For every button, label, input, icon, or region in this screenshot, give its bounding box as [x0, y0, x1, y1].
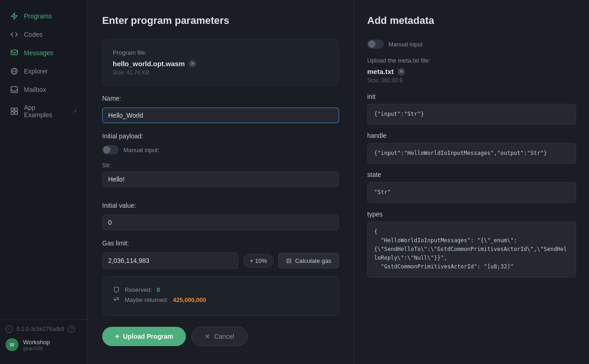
program-file-card: Program file: hello_world.opt.wasm ✕ Siz…	[102, 40, 339, 85]
meta-section-types-title: types	[367, 210, 576, 218]
maybe-returned-row: Maybe returned: 425,000,000	[113, 296, 329, 303]
svg-rect-4	[11, 87, 17, 93]
version-row: i 0.1.0-3c5e276adb9 ?	[6, 325, 81, 333]
sidebar-item-mailbox-label: Mailbox	[24, 86, 46, 93]
program-file-close-btn[interactable]: ✕	[189, 60, 196, 68]
meta-file-close-btn[interactable]: ✕	[398, 68, 405, 75]
right-panel: Add metadata Manual input Upload the met…	[354, 0, 589, 364]
meta-manual-input-toggle[interactable]	[367, 40, 384, 49]
sidebar-item-app-examples[interactable]: App Examples ↗	[4, 99, 83, 123]
initial-value-label: Initial value:	[102, 202, 339, 209]
inbox-icon	[10, 85, 18, 94]
shield-icon	[113, 286, 120, 293]
meta-section-handle-title: handle	[367, 132, 576, 139]
svg-rect-5	[11, 108, 14, 111]
gas-limit-input[interactable]	[102, 252, 238, 269]
sidebar-nav: Programs Codes Messages	[0, 7, 87, 316]
manual-input-toggle-row: Manual input:	[102, 145, 339, 154]
initial-value-section: Initial value:	[102, 202, 339, 230]
calculator-icon: ⊟	[286, 257, 292, 264]
gas-plus-btn[interactable]: + 10%	[243, 254, 274, 268]
sidebar-item-programs[interactable]: Programs	[4, 7, 83, 25]
sidebar-item-explorer-label: Explorer	[24, 68, 48, 75]
svg-rect-0	[11, 50, 17, 55]
reserved-label: Reserved:	[125, 286, 152, 293]
sidebar-item-codes[interactable]: Codes	[4, 26, 83, 43]
version-help[interactable]: ?	[68, 325, 75, 333]
sidebar-item-programs-label: Programs	[24, 12, 52, 20]
workspace-info: Workshop gear/100	[23, 339, 50, 351]
meta-section-state-code: "Str"	[367, 182, 576, 203]
meta-section-init: init {"input":"Str"}	[367, 93, 576, 125]
meta-toggle-knob	[368, 40, 375, 48]
cancel-x-icon: ✕	[205, 333, 210, 340]
reserved-row: Reserved: 0	[113, 286, 329, 293]
main-content: Enter program parameters Program file: h…	[87, 0, 589, 364]
gas-limit-label: Gas limit:	[102, 239, 339, 247]
maybe-returned-value: 425,000,000	[173, 296, 206, 303]
str-input[interactable]	[102, 171, 339, 187]
meta-manual-input-label: Manual input	[388, 41, 422, 48]
name-label: Name:	[102, 95, 339, 102]
code-icon	[10, 30, 18, 39]
version-label: 0.1.0-3c5e276adb9	[17, 326, 64, 332]
right-panel-title: Add metadata	[367, 15, 576, 27]
maybe-returned-label: Maybe returned:	[125, 296, 168, 303]
left-panel: Enter program parameters Program file: h…	[87, 0, 354, 364]
sidebar-item-messages[interactable]: Messages	[4, 44, 83, 62]
reserved-value: 0	[156, 286, 160, 293]
cancel-btn[interactable]: ✕ Cancel	[191, 327, 248, 346]
svg-rect-7	[11, 112, 14, 114]
meta-section-types: types { "HelloWorldIoInputMessages": "{\…	[367, 210, 576, 278]
cancel-label: Cancel	[214, 333, 234, 340]
workspace-row: W Workshop gear/100	[6, 338, 81, 351]
meta-section-state: state "Str"	[367, 171, 576, 203]
initial-payload-label: Initial payload:	[102, 132, 339, 140]
initial-payload-section: Initial payload: Manual input: Str:	[102, 132, 339, 194]
plus-icon: +	[115, 332, 119, 341]
upload-program-btn[interactable]: + Upload Program	[102, 327, 186, 346]
workspace-avatar: W	[6, 338, 18, 351]
sidebar-item-mailbox[interactable]: Mailbox	[4, 81, 83, 98]
sidebar-item-codes-label: Codes	[24, 31, 42, 38]
external-link-icon: ↗	[73, 108, 77, 114]
sidebar-item-explorer[interactable]: Explorer	[4, 63, 83, 80]
program-file-label: Program file:	[113, 49, 329, 56]
sidebar: Programs Codes Messages	[0, 0, 87, 364]
message-icon	[10, 49, 18, 57]
upload-meta-label: Upload the meta.txt file:	[367, 57, 576, 64]
toggle-knob	[103, 146, 110, 154]
manual-input-label: Manual input:	[123, 147, 159, 154]
meta-section-types-code: { "HelloWorldIoInputMessages": "{\"_enum…	[367, 222, 576, 278]
svg-rect-6	[15, 108, 17, 111]
str-label: Str:	[102, 162, 339, 169]
lightning-icon	[10, 12, 18, 20]
left-panel-title: Enter program parameters	[102, 15, 339, 27]
globe-icon	[10, 67, 18, 75]
calc-gas-label: Calculate gas	[295, 257, 331, 264]
svg-rect-8	[15, 112, 17, 114]
calc-gas-btn[interactable]: ⊟ Calculate gas	[278, 253, 339, 268]
meta-section-state-title: state	[367, 171, 576, 178]
meta-file-name: meta.txt	[367, 68, 394, 75]
program-file-name-row: hello_world.opt.wasm ✕	[113, 60, 329, 68]
meta-section-handle: handle {"input":"HelloWorldIoInputMessag…	[367, 132, 576, 164]
initial-value-input[interactable]	[102, 215, 339, 230]
return-icon	[113, 296, 120, 303]
sidebar-footer: i 0.1.0-3c5e276adb9 ? W Workshop gear/10…	[0, 319, 87, 357]
meta-section-init-title: init	[367, 93, 576, 100]
gas-limit-section: Gas limit: + 10% ⊟ Calculate gas	[102, 239, 339, 269]
meta-file-name-row: meta.txt ✕	[367, 68, 576, 75]
upload-program-label: Upload Program	[123, 333, 173, 340]
bottom-actions: + Upload Program ✕ Cancel	[102, 327, 339, 346]
meta-section-handle-code: {"input":"HelloWorldIoInputMessages","ou…	[367, 143, 576, 164]
sidebar-item-messages-label: Messages	[24, 49, 53, 57]
program-file-size: Size: 41.74 KB	[113, 69, 329, 76]
workspace-sub: gear/100	[23, 346, 50, 351]
sidebar-item-app-examples-label: App Examples	[24, 104, 65, 119]
gas-row: + 10% ⊟ Calculate gas	[102, 252, 339, 269]
meta-file-size: Size: 362.00 B	[367, 77, 576, 84]
name-input[interactable]	[102, 108, 339, 123]
manual-input-toggle[interactable]	[102, 145, 119, 154]
program-file-name: hello_world.opt.wasm	[113, 60, 185, 68]
